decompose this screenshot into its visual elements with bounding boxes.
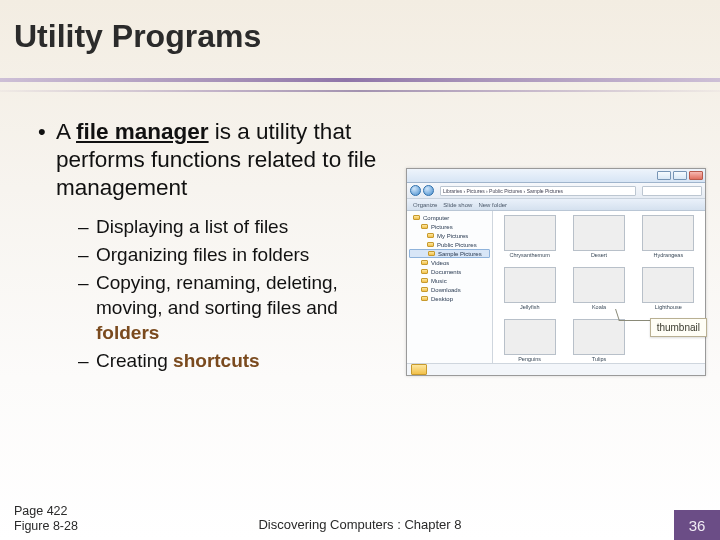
footer: Page 422 Figure 8-28 Discovering Compute… [0,498,720,540]
thumbnail[interactable]: Penguins [497,319,562,367]
folder-icon [428,251,435,256]
sub-bullet-text: Copying, renaming, deleting, moving, and… [96,270,386,345]
command-bar: Organize Slide show New folder [407,199,705,211]
cmd-newfolder[interactable]: New folder [478,202,507,208]
sub-bullet: – Displaying a list of files [78,214,386,239]
folder-icon [427,242,434,247]
folder-icon [421,287,428,292]
minimize-button[interactable] [657,171,671,180]
explorer-body: Computer Pictures My Pictures Public Pic… [407,211,705,363]
slide-title: Utility Programs [14,18,261,55]
thumbnail[interactable]: Lighthouse [636,267,701,315]
thumbnail[interactable]: Chrysanthemum [497,215,562,263]
em-folders: folders [96,322,159,343]
main-bullet-text: A file manager is a utility that perform… [56,118,386,202]
sub-bullet-text: Creating shortcuts [96,348,260,373]
sub-bullet: – Copying, renaming, deleting, moving, a… [78,270,386,345]
nav-tree[interactable]: Computer Pictures My Pictures Public Pic… [407,211,493,363]
folder-icon [421,269,428,274]
tree-item: Pictures [409,222,490,231]
title-divider [0,78,720,96]
tree-item: Music [409,276,490,285]
close-button[interactable] [689,171,703,180]
dash-icon: – [78,348,96,373]
slide: Utility Programs • A file manager is a u… [0,0,720,540]
folder-icon [421,224,428,229]
maximize-button[interactable] [673,171,687,180]
tree-item: Videos [409,258,490,267]
term-file-manager: file manager [76,119,209,144]
thumbnail[interactable]: Desert [566,215,631,263]
thumbnail[interactable]: Koala [566,267,631,315]
back-button[interactable] [410,185,421,196]
slide-number: 36 [674,510,720,540]
tree-item: My Pictures [409,231,490,240]
sub-bullet-list: – Displaying a list of files – Organizin… [78,214,386,373]
em-shortcuts: shortcuts [173,350,260,371]
dash-icon: – [78,214,96,239]
footer-center: Discovering Computers : Chapter 8 [0,517,720,532]
sub-bullet-text: Organizing files in folders [96,242,309,267]
folder-icon [411,364,427,375]
dash-icon: – [78,242,96,267]
cmd-organize[interactable]: Organize [413,202,437,208]
tree-item: Desktop [409,294,490,303]
thumbnail[interactable]: Hydrangeas [636,215,701,263]
folder-icon [421,260,428,265]
callout-thumbnail: thumbnail [650,318,707,337]
address-toolbar: Libraries › Pictures › Public Pictures ›… [407,183,705,199]
tree-item-selected: Sample Pictures [409,249,490,258]
window-titlebar [407,169,705,183]
folder-icon [421,296,428,301]
content-area: • A file manager is a utility that perfo… [38,118,386,376]
thumbnail[interactable]: Tulips [566,319,631,367]
folder-icon [413,215,420,220]
cmd-slideshow[interactable]: Slide show [443,202,472,208]
tree-item: Downloads [409,285,490,294]
sub-bullet: – Organizing files in folders [78,242,386,267]
tree-item: Computer [409,213,490,222]
thumbnail[interactable]: Jellyfish [497,267,562,315]
explorer-figure: Libraries › Pictures › Public Pictures ›… [406,168,706,376]
sub-bullet-text: Displaying a list of files [96,214,288,239]
tree-item: Documents [409,267,490,276]
dash-icon: – [78,270,96,345]
sub-bullet: – Creating shortcuts [78,348,386,373]
folder-icon [421,278,428,283]
bullet-icon: • [38,118,56,202]
search-box[interactable] [642,186,702,196]
folder-icon [427,233,434,238]
address-bar[interactable]: Libraries › Pictures › Public Pictures ›… [440,186,636,196]
main-bullet: • A file manager is a utility that perfo… [38,118,386,202]
tree-item: Public Pictures [409,240,490,249]
thumbnail-grid: Chrysanthemum Desert Hydrangeas Jellyfis… [493,211,705,363]
forward-button[interactable] [423,185,434,196]
